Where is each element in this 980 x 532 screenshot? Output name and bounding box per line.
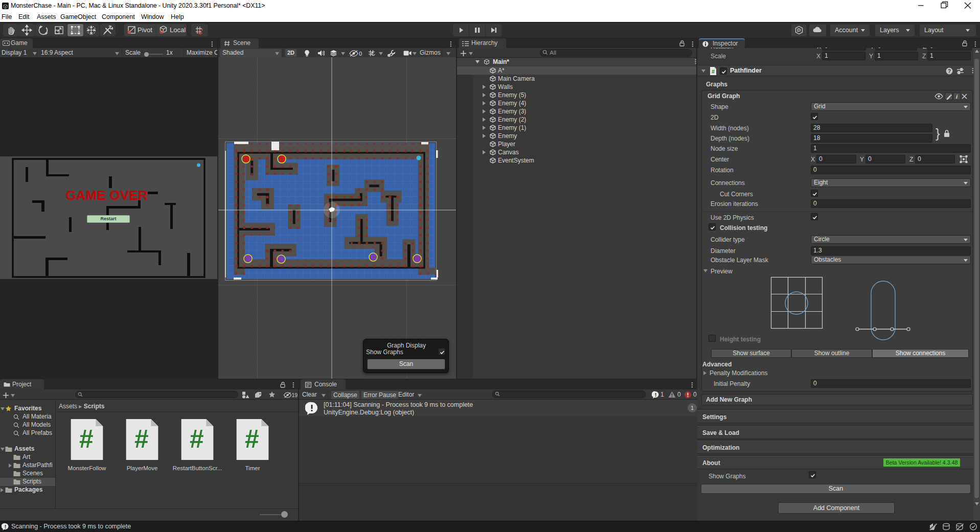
svg-text:#: #	[245, 425, 259, 453]
svg-text:#: #	[134, 425, 149, 453]
svg-text:#: #	[712, 68, 715, 75]
svg-text:0: 0	[359, 51, 362, 57]
svg-text:19: 19	[292, 392, 298, 398]
svg-text:?: ?	[948, 68, 951, 74]
svg-text:#: #	[79, 425, 94, 453]
svg-text:#: #	[190, 425, 204, 453]
